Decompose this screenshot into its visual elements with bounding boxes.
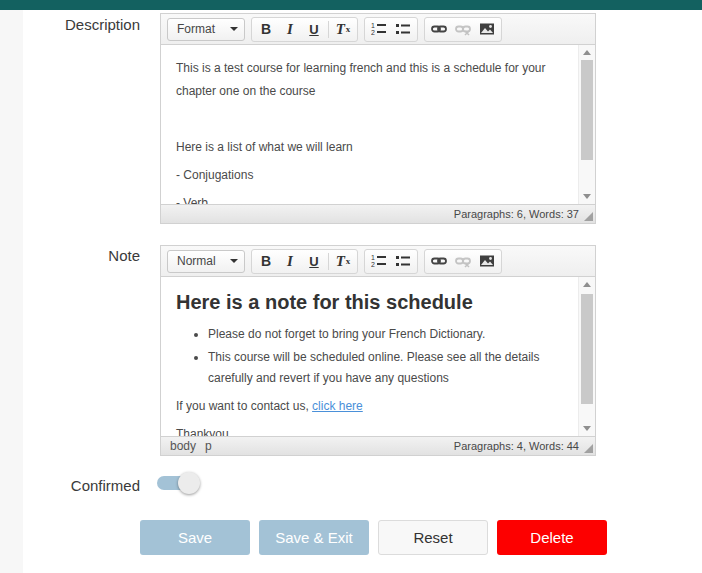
element-path-p[interactable]: p [205,439,212,453]
contact-link[interactable]: click here [312,399,363,413]
description-editor: Format B I U Tx 12 [160,13,596,224]
text-style-group: B I U Tx [251,249,358,274]
scroll-up-icon[interactable] [579,277,595,292]
description-paragraph: This is a test course for learning frenc… [176,57,566,103]
scrollbar-thumb[interactable] [581,294,593,404]
remove-format-button[interactable]: Tx [331,251,355,272]
scroll-down-icon[interactable] [579,421,595,436]
image-icon[interactable] [475,19,499,40]
toolbar-separator [328,21,329,38]
svg-text:2: 2 [371,261,375,268]
remove-format-sub: x [346,24,351,34]
resize-grip-icon[interactable] [584,444,593,453]
save-button[interactable]: Save [140,520,250,555]
remove-format-letter: T [336,21,345,38]
link-icon[interactable] [427,251,451,272]
element-path: body p [170,439,212,453]
remove-format-letter: T [336,253,345,270]
format-dropdown[interactable]: Normal [167,250,245,273]
bold-button[interactable]: B [254,19,278,40]
format-dropdown-value: Format [177,22,215,36]
note-editor-body[interactable]: Here is a note for this schedule Please … [161,277,578,436]
note-bullet-list: Please do not forget to bring your Frenc… [176,324,566,389]
numbered-list-icon[interactable]: 12 [367,19,391,40]
link-image-group [424,249,502,274]
note-editor: Normal B I U Tx 12 [160,245,596,456]
description-paragraph: - Conjugations [176,164,566,187]
toggle-knob [178,472,200,494]
underline-button[interactable]: U [302,251,326,272]
bulleted-list-icon[interactable] [391,19,415,40]
note-scrollbar[interactable] [578,277,595,436]
image-icon[interactable] [475,251,499,272]
note-contact-line: If you want to contact us, click here [176,395,566,418]
confirmed-label: Confirmed [30,477,140,494]
action-buttons: Save Save & Exit Reset Delete [140,520,607,555]
confirmed-toggle[interactable] [157,471,201,495]
note-bullet: Please do not forget to bring your Frenc… [208,324,566,345]
description-paragraph: Here is a list of what we will learn [176,136,566,159]
svg-text:2: 2 [371,29,375,36]
format-dropdown[interactable]: Format [167,18,245,41]
description-statusbar: Paragraphs: 6, Words: 37 [161,204,595,223]
scroll-up-icon[interactable] [579,45,595,60]
scrollbar-thumb[interactable] [581,60,593,160]
remove-format-button[interactable]: Tx [331,19,355,40]
note-toolbar: Normal B I U Tx 12 [161,246,595,277]
scroll-down-icon[interactable] [579,189,595,204]
text-style-group: B I U Tx [251,17,358,42]
word-count: Paragraphs: 4, Words: 44 [454,440,579,452]
description-label: Description [30,16,140,33]
description-scrollbar[interactable] [578,45,595,204]
element-path-body[interactable]: body [170,439,196,453]
note-statusbar: body p Paragraphs: 4, Words: 44 [161,436,595,455]
reset-button[interactable]: Reset [378,520,488,555]
unlink-icon [451,251,475,272]
word-count: Paragraphs: 6, Words: 37 [454,208,579,220]
link-image-group [424,17,502,42]
svg-text:1: 1 [371,254,375,261]
link-icon[interactable] [427,19,451,40]
save-and-exit-button[interactable]: Save & Exit [259,520,369,555]
list-group: 12 [364,249,418,274]
description-editor-body[interactable]: This is a test course for learning frenc… [161,45,578,204]
contact-text: If you want to contact us, [176,399,312,413]
bold-button[interactable]: B [254,251,278,272]
resize-grip-icon[interactable] [584,212,593,221]
svg-text:1: 1 [371,22,375,29]
delete-button[interactable]: Delete [497,520,607,555]
remove-format-sub: x [346,256,351,266]
note-closing: Thankyou [176,423,566,436]
chevron-down-icon [230,27,238,31]
left-gutter [0,10,23,573]
description-toolbar: Format B I U Tx 12 [161,14,595,45]
chevron-down-icon [230,259,238,263]
list-group: 12 [364,17,418,42]
note-label: Note [30,247,140,264]
top-bar [0,0,702,10]
note-bullet: This course will be scheduled online. Pl… [208,347,566,389]
toolbar-separator [328,253,329,270]
note-heading: Here is a note for this schedule [176,290,566,314]
description-paragraph: - Verb [176,192,566,204]
italic-button[interactable]: I [278,251,302,272]
bulleted-list-icon[interactable] [391,251,415,272]
format-dropdown-value: Normal [177,254,216,268]
underline-button[interactable]: U [302,19,326,40]
italic-button[interactable]: I [278,19,302,40]
unlink-icon [451,19,475,40]
description-paragraph [176,108,566,131]
numbered-list-icon[interactable]: 12 [367,251,391,272]
